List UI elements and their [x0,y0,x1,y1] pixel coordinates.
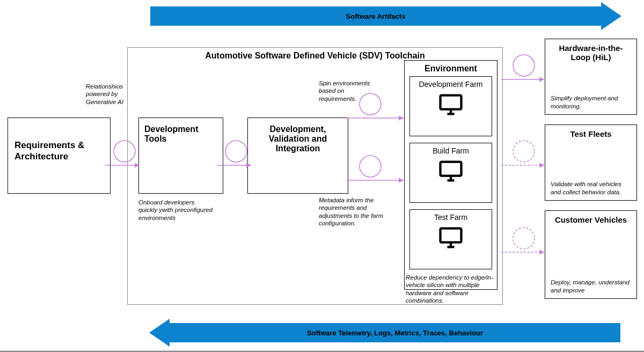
svg-rect-0 [441,96,462,109]
gen-ai-note: Relationshios powered by Generative AI [86,83,134,106]
bottom-arrow-bar: Software Telemetry, Logs, Metrics, Trace… [170,323,620,342]
dvi-box: Development, Validation and Integration [247,118,348,194]
requirements-box: Requirements & Architecture [8,118,111,194]
environment-title: Environment [405,64,497,74]
requirements-title: Requirements & Architecture [14,140,104,163]
svg-point-11 [225,141,247,162]
monitor-icon [437,157,465,185]
test-fleets-title: Test Fleets [551,129,631,138]
top-arrow-bar: Software Artifacts [150,6,601,26]
customer-vehicles-title: Customer Vehicles [551,215,631,224]
reduce-note: Reduce dependency to edge/in-vehicle sil… [406,274,497,305]
dev-farm-label: Development Farm [410,80,492,89]
svg-point-15 [360,156,381,177]
loop-arrow [343,90,408,128]
loop-arrow [105,137,144,175]
hil-note: Simplify deployment and monitoring. [551,94,632,110]
svg-point-21 [513,228,535,249]
bottom-arrow-head [149,319,170,347]
loop-arrow [217,137,255,175]
build-farm-box: Build Farm [409,143,492,203]
loop-arrow [343,152,408,190]
monitor-icon [437,91,465,119]
loop-arrow-dashed [500,137,548,175]
monitor-icon [437,224,465,252]
svg-point-9 [114,141,135,162]
bottom-arrow-label: Software Telemetry, Logs, Metrics, Trace… [307,329,483,337]
bottom-rule [0,351,644,351]
hil-title: Hardware-in-the-Loop (HiL) [551,43,631,62]
loop-arrow [500,52,548,89]
svg-rect-3 [441,162,462,176]
test-farm-label: Test Farm [410,213,492,222]
top-arrow-head [601,2,621,30]
svg-rect-6 [441,229,462,243]
metadata-note: Metadata inform the requirements and adj… [319,196,394,228]
svg-point-17 [513,55,535,76]
diagram-canvas: Software Artifacts Software Telemetry, L… [0,0,644,352]
loop-arrow-dashed [500,224,548,262]
test-farm-box: Test Farm [409,209,492,269]
dev-tools-title: Development Tools [144,124,217,144]
dev-farm-box: Development Farm [409,76,492,136]
hil-box: Hardware-in-the-Loop (HiL) Simplify depl… [545,39,637,115]
dev-tools-box: Development Tools [138,118,223,194]
test-fleets-note: Validate with real vehicles and collect … [551,180,632,196]
customer-vehicles-box: Customer Vehicles Deploy, manage, unders… [545,210,637,299]
build-farm-label: Build Farm [410,146,492,155]
onboard-note: Onboard developers quickly ywith preconf… [138,199,214,222]
toolchain-title: Automotive Software Defined Vehicle (SDV… [128,51,502,61]
customer-vehicles-note: Deploy, manage, understand and improve [551,278,632,294]
top-arrow-label: Software Artifacts [346,12,406,20]
test-fleets-box: Test Fleets Validate with real vehicles … [545,124,637,201]
svg-point-19 [513,141,535,162]
dvi-title: Development, Validation and Integration [253,124,342,153]
svg-point-13 [360,93,381,115]
